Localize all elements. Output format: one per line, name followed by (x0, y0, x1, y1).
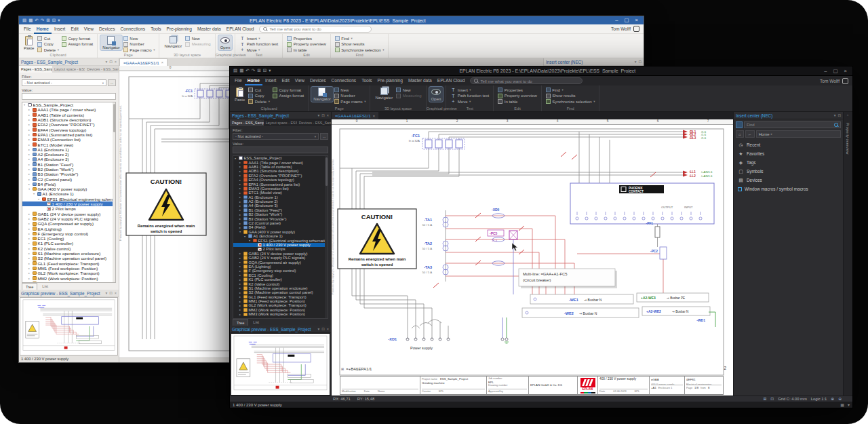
find-button[interactable]: Find▾ (546, 88, 595, 92)
copy-format-button[interactable]: Copy format (273, 88, 304, 92)
panel-close-icon[interactable]: × (115, 60, 117, 64)
dock-tab[interactable]: Pages - ESS_Sample_P... (230, 119, 264, 126)
tree-item[interactable]: ▾ ESS_Sample_Project (22, 102, 115, 107)
in-table-button[interactable]: In table (287, 47, 326, 52)
new-icon[interactable]: ▤ (22, 18, 26, 23)
new-icon[interactable]: ▤ (233, 69, 237, 73)
tree-item[interactable]: ▸ C2 (Control panel) (22, 176, 115, 181)
collapse-chevron-icon[interactable]: ⌃ (846, 114, 849, 118)
maximize-button[interactable]: ▢ (625, 18, 629, 23)
cut-button[interactable]: Cut (248, 88, 270, 92)
tab-close-icon[interactable]: × (161, 60, 163, 64)
tree-item[interactable]: ▾ GAA (400 V power supply) (22, 187, 115, 191)
back-icon[interactable]: ← (745, 130, 755, 138)
move-button[interactable]: +Move▾ (450, 99, 489, 104)
breadcrumb-home[interactable]: Home▸ (756, 130, 841, 138)
panel-menu-icon[interactable]: ▾ (317, 113, 319, 117)
redo-icon[interactable]: ↷ (252, 69, 255, 73)
show-results-button[interactable]: Show results (335, 42, 384, 47)
tree-item[interactable]: ▸ B4 (Field) (22, 182, 115, 187)
minimize-button[interactable]: – (615, 18, 618, 23)
component-pf1[interactable]: -PF1 (646, 222, 660, 247)
circuit-breaker-fc1[interactable]: -FC1 In = 32A (409, 134, 465, 149)
preview-open-button[interactable]: Open (218, 35, 233, 50)
tree-item[interactable]: 2 Pilot lamps (22, 206, 115, 211)
page-breadcrumb[interactable]: ⊞=+B4&EPA1/1 (341, 367, 372, 371)
preview-open-button[interactable]: Open (429, 87, 443, 102)
tree-item[interactable]: ▸ MM2 (Work workpiece: Position) (22, 275, 115, 280)
dock-tab[interactable]: Devices - ESS_Sample_... (297, 119, 331, 126)
insert-center-item[interactable]: Recent (734, 140, 843, 149)
pages-panel-header[interactable]: Pages - ESS_Sample_Project ▾⊡× (230, 112, 331, 119)
ribbon-tab[interactable]: Master data (406, 76, 435, 85)
panel-menu-icon[interactable]: ▾ (834, 113, 836, 117)
ribbon-tab[interactable]: EPLAN Cloud (435, 76, 468, 85)
pin-icon[interactable]: ⊡ (321, 327, 325, 331)
ribbon-tab[interactable]: File (21, 24, 34, 34)
tree-item[interactable]: ▸ MM1 (Feed workpiece: Position) (22, 266, 115, 271)
zoom-in-icon[interactable]: ⊕ (831, 397, 834, 401)
tree-item[interactable]: ▸ S1 (Machine operation enclosure) (22, 251, 115, 256)
panel-menu-icon[interactable]: ▾ (317, 327, 319, 331)
insert-center-item[interactable]: Window macros / symbol macros (734, 185, 843, 193)
title-bar[interactable]: ▤▦↶↷⊞⊟▾ EPLAN Electric P8 2023 - E:\EPLA… (230, 66, 852, 76)
in-table-button[interactable]: In table (498, 99, 537, 104)
snap-icon[interactable]: ⊞ (764, 397, 767, 401)
tree-item[interactable]: ▸ ADB1 (Structure description) (22, 117, 115, 122)
page-number-button[interactable]: Number (334, 94, 366, 98)
insert-center-item[interactable]: Favorites (734, 149, 843, 158)
ribbon-tab[interactable]: Connections (328, 76, 359, 85)
ribbon-tab[interactable]: Pre-planning (164, 24, 195, 34)
cut-button[interactable]: Cut (37, 36, 59, 41)
maximize-button[interactable]: ▢ (833, 69, 838, 74)
property-overview-button[interactable]: Property overview (287, 42, 326, 47)
tree-item[interactable]: ▸ ETC1 (Model view) (22, 142, 115, 147)
ribbon-tab[interactable]: View (81, 24, 96, 34)
tell-me-search[interactable]: Tell me what you want to do (470, 77, 583, 84)
terminal-strip-xd1[interactable]: -XD1 Power supply (388, 337, 450, 350)
tree-item[interactable]: ▸ GL2 (Work workpiece: Transport) (22, 271, 115, 275)
tree-item[interactable]: ▸ MM3 (Work workpiece: Position) (233, 312, 328, 316)
tree-list-tab[interactable]: Tree (233, 319, 248, 326)
tree-item[interactable]: ▸ EMA3 (Connection list) (22, 137, 115, 142)
graphical-preview-canvas[interactable] (20, 297, 118, 355)
insert-center-item[interactable]: Tags (734, 158, 843, 167)
ribbon-tab[interactable]: View (292, 76, 307, 85)
component-pc2[interactable]: -PC2 (650, 247, 667, 259)
pages-panel-header[interactable]: Pages - ESS_Sample_Project ▾⊡× (19, 58, 119, 66)
tree-item[interactable]: ▸ S2 (Machine operation control panel) (22, 256, 115, 261)
caution-sign[interactable]: CAUTION! Remains energized when main swi… (338, 209, 416, 269)
layout-navigator-button[interactable]: Navigator (162, 35, 184, 49)
caution-sign[interactable]: CAUTION! Remains energized when main swi… (126, 173, 206, 235)
pin-icon[interactable]: ⊡ (321, 113, 325, 117)
show-results-button[interactable]: Show results (546, 94, 595, 98)
ribbon-tab[interactable]: Edit (68, 24, 81, 34)
quick-access-toolbar[interactable]: ▤▦↶↷⊞⊟▾ (19, 18, 60, 23)
panel-menu-icon[interactable]: ▾ (105, 60, 107, 64)
tree-item[interactable]: ▸ EFA2 (Overview "PROFINET") (22, 122, 115, 127)
logic-scale[interactable]: Logic 1:1 (811, 397, 827, 401)
redo-icon[interactable]: ↷ (41, 18, 44, 23)
ribbon-tab[interactable]: EPLAN Cloud (224, 24, 257, 34)
tree-list-tab[interactable]: List (39, 283, 52, 290)
status-caret-icon[interactable]: ▾ (848, 402, 850, 407)
tab-close-icon[interactable]: × (373, 114, 375, 118)
page-navigator-button[interactable]: Navigator (311, 87, 333, 102)
pin-icon[interactable]: ⊡ (638, 60, 642, 64)
delete-button[interactable]: Delete▾ (37, 47, 59, 52)
tree-scrollbar[interactable] (325, 156, 328, 318)
insert-center-header[interactable]: Insert center (NEC) ▾⊡ (544, 58, 644, 66)
text-insert-button[interactable]: TInsert▾ (239, 36, 278, 41)
layout-new-button[interactable]: New (185, 36, 211, 41)
dock-tab[interactable]: Pages - ESS_Sample_P... (19, 66, 52, 73)
tree-item[interactable]: ▸ F (Emergency stop control) (22, 231, 115, 236)
ribbon-tab[interactable]: Insert (262, 76, 279, 85)
tree-item[interactable]: ▾ A1 (Enclosure 1) (22, 191, 115, 196)
assign-format-button[interactable]: Assign format (62, 42, 93, 47)
schematic-canvas[interactable]: Protected by copyright. Utilization and … (332, 125, 733, 396)
grid-icon[interactable]: ⊟ (263, 69, 267, 73)
ribbon-tab[interactable]: Pre-planning (375, 76, 406, 85)
value-input[interactable] (233, 147, 328, 153)
undo-icon[interactable]: ↶ (245, 69, 249, 73)
ribbon-tab[interactable]: Tools (359, 76, 374, 85)
